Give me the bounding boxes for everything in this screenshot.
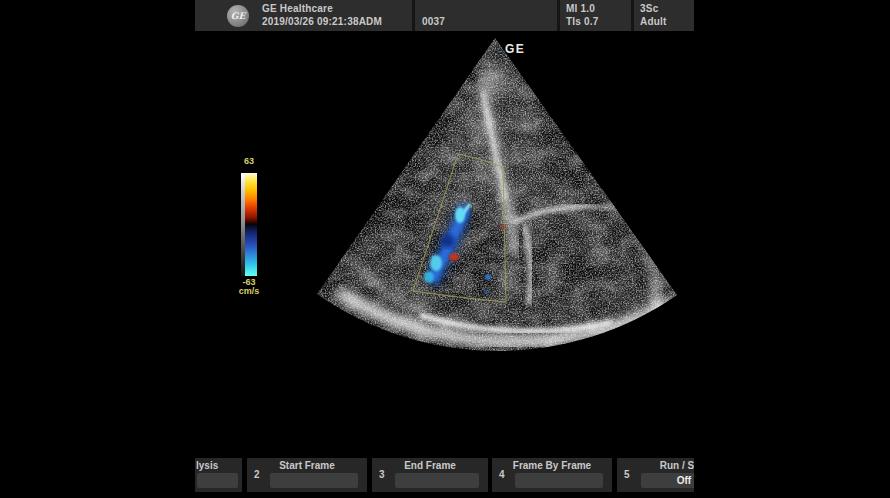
softkey-label: lysis [196,460,242,471]
mi-value: MI 1.0 [566,3,595,14]
softkey-label: Start Frame [247,460,367,471]
probe-label: 3Sc [640,3,658,14]
status-bar: GE GE Healthcare 2019/03/26 09:21:38ADM … [195,0,694,31]
preset-label: Adult [640,16,667,27]
softkey-button-start-frame[interactable] [270,473,358,488]
softkey-button-analysis[interactable] [197,473,238,488]
softkey-number: 4 [499,469,505,480]
softkey-button-end-frame[interactable] [395,473,479,488]
ultrasound-image: GE [0,0,890,498]
colorbar-gradient [241,173,257,276]
softkey-button-frame-by-frame[interactable] [515,473,603,488]
ge-logo-icon: GE [227,5,249,27]
softkey-bar: lysis Start Frame 2 End Frame 3 Frame By… [195,458,694,498]
tis-value: TIs 0.7 [566,16,599,27]
brand-label: GE Healthcare [262,3,333,14]
softkey-panel-end-frame: End Frame 3 [372,458,488,492]
velocity-colorbar: 63 -63 cm/s [236,157,262,296]
colorbar-unit-label: cm/s [236,287,262,296]
scan-sector [290,25,700,370]
softkey-button-run-stop[interactable]: Off [641,473,694,488]
exam-number: 0037 [422,16,445,27]
datetime-label: 2019/03/26 09:21:38ADM [262,16,382,27]
softkey-panel-run-stop: Run / S 5 Off [617,458,694,492]
colorbar-max-label: 63 [236,157,262,166]
softkey-label: End Frame [372,460,488,471]
divider [557,0,560,31]
softkey-panel-start-frame: Start Frame 2 [247,458,367,492]
softkey-number: 5 [624,469,630,480]
color-map-strip [245,173,257,276]
softkey-number: 3 [379,469,385,480]
vendor-watermark: GE [505,42,525,56]
softkey-panel-analysis: lysis [195,458,242,492]
softkey-panel-frame-by-frame: Frame By Frame 4 [492,458,612,492]
softkey-label: Frame By Frame [492,460,612,471]
softkey-number: 2 [254,469,260,480]
divider [412,0,415,31]
divider [631,0,634,31]
